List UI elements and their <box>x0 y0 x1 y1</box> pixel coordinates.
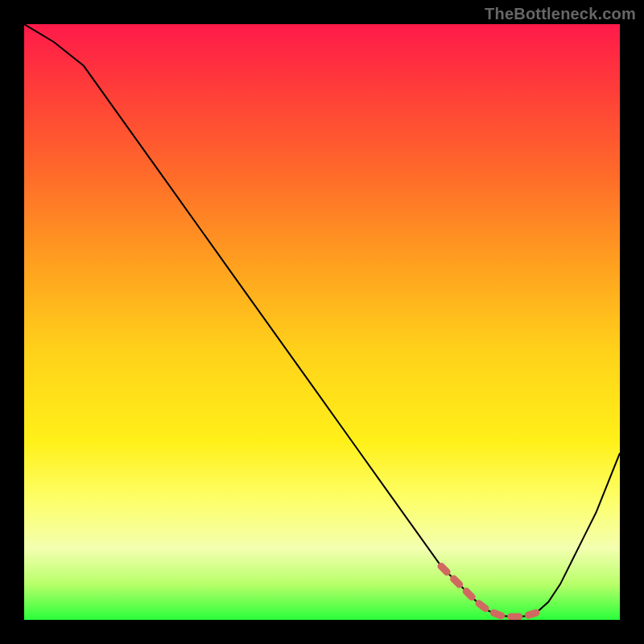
curve-svg <box>24 24 620 620</box>
bottleneck-curve <box>24 24 620 617</box>
watermark-text: TheBottleneck.com <box>485 5 636 23</box>
plot-area <box>24 24 620 620</box>
chart-frame: TheBottleneck.com <box>0 0 644 644</box>
highlight-dashed-segment <box>441 566 536 617</box>
